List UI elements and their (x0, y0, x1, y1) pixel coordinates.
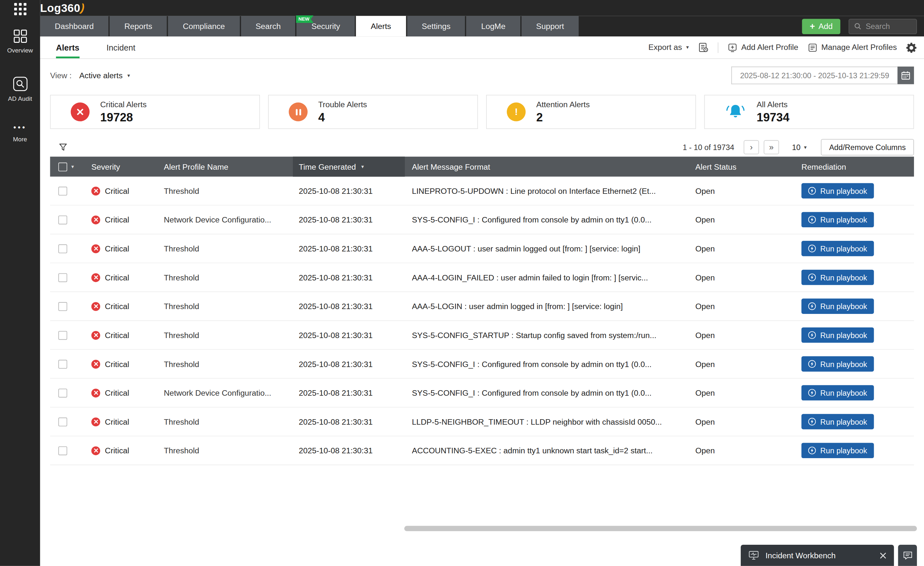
alert-message[interactable]: AAA-5-LOGOUT : user sadmin logged out [f… (405, 244, 690, 253)
tab-alerts[interactable]: Alerts (356, 16, 406, 36)
alert-profile-name[interactable]: Network Device Configuratio... (164, 216, 293, 224)
row-checkbox[interactable] (58, 186, 67, 195)
alert-status[interactable]: Open (690, 388, 795, 397)
filter-button[interactable] (59, 143, 68, 151)
run-playbook-button[interactable]: Run playbook (802, 385, 874, 401)
alert-profile-name[interactable]: Threshold (164, 417, 293, 426)
alert-profile-name[interactable]: Threshold (164, 273, 293, 282)
checkbox-dropdown-icon[interactable]: ▾ (71, 163, 74, 169)
alert-profile-name[interactable]: Threshold (164, 302, 293, 310)
date-range-picker[interactable]: 2025-08-12 21:30:00 - 2025-10-13 21:29:5… (731, 67, 914, 84)
row-checkbox[interactable] (58, 331, 67, 339)
run-playbook-button[interactable]: Run playbook (802, 183, 874, 199)
alert-status[interactable]: Open (690, 446, 795, 455)
last-page-button[interactable]: » (764, 140, 779, 154)
scheduled-report-button[interactable] (698, 42, 708, 52)
tab-settings[interactable]: Settings (407, 16, 465, 36)
header-alert-status[interactable]: Alert Status (690, 157, 795, 177)
tab-search[interactable]: Search (241, 16, 296, 36)
remediation-cell: Run playbook (795, 328, 914, 343)
alert-message[interactable]: LLDP-5-NEIGHBOR_TIMEOUT : LLDP neighbor … (405, 417, 690, 426)
row-checkbox[interactable] (58, 216, 67, 224)
playbook-lightning-icon (808, 302, 816, 310)
trouble-alerts-icon (289, 102, 308, 121)
alert-status[interactable]: Open (690, 331, 795, 339)
manage-alert-profiles-button[interactable]: Manage Alert Profiles (808, 43, 897, 52)
tab-security[interactable]: NEW Security (297, 16, 355, 36)
calendar-button[interactable] (898, 67, 914, 84)
tab-support[interactable]: Support (521, 16, 579, 36)
alert-profile-name[interactable]: Threshold (164, 244, 293, 253)
tab-compliance[interactable]: Compliance (168, 16, 240, 36)
alert-message[interactable]: SYS-5-CONFIG_I : Configured from console… (405, 216, 690, 224)
page-size-dropdown[interactable]: 10▾ (792, 143, 807, 152)
alert-status[interactable]: Open (690, 244, 795, 253)
alert-profile-name[interactable]: Threshold (164, 331, 293, 339)
sidebar-item-overview[interactable]: Overview (0, 29, 40, 54)
row-checkbox[interactable] (58, 446, 67, 455)
subtab-incident[interactable]: Incident (106, 36, 135, 58)
alert-profile-name[interactable]: Network Device Configuratio... (164, 388, 293, 397)
run-playbook-button[interactable]: Run playbook (802, 443, 874, 458)
select-all-checkbox[interactable] (58, 162, 67, 171)
alert-profile-name[interactable]: Threshold (164, 186, 293, 195)
next-page-button[interactable]: › (744, 140, 759, 154)
alert-status[interactable]: Open (690, 186, 795, 195)
header-alert-profile-name[interactable]: Alert Profile Name (164, 157, 293, 177)
row-checkbox[interactable] (58, 388, 67, 397)
run-playbook-button[interactable]: Run playbook (802, 212, 874, 227)
view-dropdown[interactable]: Active alerts▾ (79, 71, 130, 79)
tab-dashboard[interactable]: Dashboard (40, 16, 108, 36)
alert-message[interactable]: LINEPROTO-5-UPDOWN : Line protocol on In… (405, 186, 690, 195)
alert-profile-name[interactable]: Threshold (164, 446, 293, 455)
header-time-generated[interactable]: Time Generated ▾ (293, 157, 405, 177)
tab-logme[interactable]: LogMe (466, 16, 520, 36)
export-as-dropdown[interactable]: Export as▾ (648, 43, 689, 52)
tab-reports[interactable]: Reports (110, 16, 167, 36)
sidebar-item-ad-audit[interactable]: AD Audit (0, 76, 40, 102)
critical-alerts-card[interactable]: Critical Alerts 19728 (50, 95, 260, 129)
row-checkbox[interactable] (58, 273, 67, 282)
row-checkbox[interactable] (58, 244, 67, 253)
settings-gear-button[interactable] (906, 42, 917, 53)
alert-message[interactable]: AAA-5-LOGIN : user admin logged in [from… (405, 302, 690, 310)
all-alerts-card[interactable]: All Alerts 19734 (704, 95, 914, 129)
alert-message[interactable]: SYS-5-CONFIG_STARTUP : Startup config sa… (405, 331, 690, 339)
alert-status[interactable]: Open (690, 359, 795, 368)
run-playbook-button[interactable]: Run playbook (802, 356, 874, 372)
run-playbook-button[interactable]: Run playbook (802, 270, 874, 285)
alert-message[interactable]: AAA-4-LOGIN_FAILED : user admin failed t… (405, 273, 690, 282)
search-input[interactable]: Search (849, 19, 917, 34)
attention-alerts-card[interactable]: ! Attention Alerts 2 (486, 95, 696, 129)
incident-workbench-bar[interactable]: Incident Workbench (741, 545, 894, 566)
horizontal-scrollbar[interactable] (404, 526, 917, 531)
header-severity[interactable]: Severity (92, 157, 164, 177)
row-checkbox[interactable] (58, 359, 67, 368)
sidebar-item-more[interactable]: ••• More (0, 124, 40, 143)
alert-status[interactable]: Open (690, 216, 795, 224)
alert-status[interactable]: Open (690, 302, 795, 310)
trouble-alerts-card[interactable]: Trouble Alerts 4 (268, 95, 478, 129)
header-alert-message-format[interactable]: Alert Message Format (405, 157, 690, 177)
add-alert-profile-button[interactable]: Add Alert Profile (728, 43, 798, 52)
row-checkbox[interactable] (58, 417, 67, 426)
run-playbook-button[interactable]: Run playbook (802, 298, 874, 314)
alert-message[interactable]: SYS-5-CONFIG_I : Configured from console… (405, 359, 690, 368)
chat-button[interactable] (898, 545, 917, 566)
alert-message[interactable]: SYS-5-CONFIG_I : Configured from console… (405, 388, 690, 397)
alert-status[interactable]: Open (690, 417, 795, 426)
close-icon[interactable] (880, 552, 886, 559)
alert-profile-name[interactable]: Threshold (164, 359, 293, 368)
run-playbook-button[interactable]: Run playbook (802, 414, 874, 430)
alert-message[interactable]: ACCOUNTING-5-EXEC : admin tty1 unknown s… (405, 446, 690, 455)
alert-status[interactable]: Open (690, 273, 795, 282)
date-range-value[interactable]: 2025-08-12 21:30:00 - 2025-10-13 21:29:5… (731, 67, 898, 84)
app-launcher-icon[interactable] (0, 2, 40, 16)
row-checkbox-cell (50, 186, 91, 195)
add-remove-columns-button[interactable]: Add/Remove Columns (821, 139, 914, 156)
subtab-alerts[interactable]: Alerts (56, 36, 80, 58)
add-button[interactable]: + Add (802, 19, 840, 34)
row-checkbox[interactable] (58, 302, 67, 310)
run-playbook-button[interactable]: Run playbook (802, 328, 874, 343)
run-playbook-button[interactable]: Run playbook (802, 241, 874, 256)
